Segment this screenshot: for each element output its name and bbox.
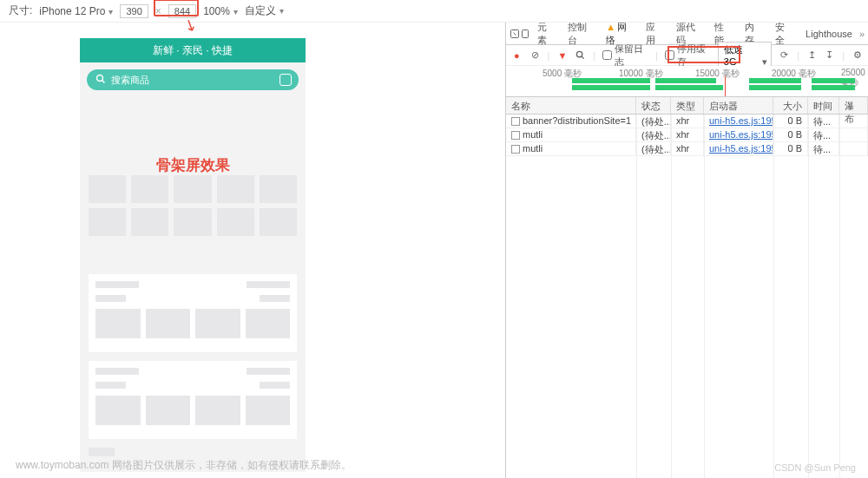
skeleton-line	[89, 448, 115, 456]
skeleton-line	[95, 382, 126, 389]
footer-attribution: CSDN @Sun Peng	[774, 462, 856, 473]
svg-line-5	[582, 56, 584, 59]
device-preview: 新鲜 · 亲民 · 快捷 搜索商品 骨架屏效果	[0, 23, 505, 478]
skeleton-line	[260, 382, 290, 389]
skeleton-block	[146, 396, 191, 425]
svg-point-4	[577, 51, 582, 56]
width-input[interactable]: 390	[120, 4, 148, 18]
dim-separator: ×	[155, 5, 161, 17]
zoom-select[interactable]: 100%	[203, 5, 238, 17]
svg-rect-3	[523, 29, 529, 37]
timeline-bar	[655, 78, 716, 83]
download-icon[interactable]: ↧	[825, 49, 836, 62]
device-select[interactable]: iPhone 12 Pro	[39, 5, 113, 17]
skeleton-annotation: 骨架屏效果	[80, 155, 306, 175]
skeleton-cell	[260, 208, 297, 236]
skeleton-line	[247, 368, 290, 375]
timeline-bar	[572, 85, 650, 90]
skeleton-card	[89, 274, 297, 352]
skeleton-cell	[89, 175, 126, 203]
request-row[interactable]: banner?distributionSite=1(待处...xhruni-h5…	[506, 115, 868, 128]
upload-icon[interactable]: ↥	[806, 49, 818, 62]
warning-icon: ▲	[606, 22, 615, 32]
skeleton-cell	[89, 208, 126, 236]
skeleton-block	[95, 396, 141, 425]
devtools-panel: 元素 控制台 ▲网络 应用 源代码 性能 内存 安全 Lighthouse » …	[505, 23, 868, 478]
svg-point-0	[97, 75, 103, 82]
request-row[interactable]: mutli(待处...xhruni-h5.es.js:195...0 B待...	[506, 128, 868, 142]
skeleton-cell	[131, 208, 168, 236]
scan-icon[interactable]	[279, 74, 292, 86]
network-timeline[interactable]: 5000 毫秒 10000 毫秒 15000 毫秒 20000 毫秒 25000…	[506, 66, 868, 97]
more-tabs-icon[interactable]: »	[859, 29, 865, 39]
skeleton-block	[195, 396, 240, 425]
app-header: 新鲜 · 亲民 · 快捷	[80, 38, 306, 62]
timeline-bar	[749, 85, 801, 90]
filter-icon[interactable]: ▼	[556, 49, 568, 62]
skeleton-block	[246, 309, 291, 338]
inspect-icon[interactable]	[510, 28, 520, 40]
app-slogan: 新鲜 · 亲民 · 快捷	[153, 43, 233, 58]
skeleton-card	[89, 361, 297, 439]
search-icon	[95, 74, 106, 86]
network-toolbar: ● ⊘ | ▼ | 保留日志 | 停用缓存 低速 3G ⟳ | ↥ ↧ | ⚙	[506, 45, 868, 66]
custom-select[interactable]: 自定义	[245, 3, 284, 18]
wifi-icon[interactable]: ⟳	[779, 49, 790, 62]
request-row[interactable]: mutli(待处...xhruni-h5.es.js:195...0 B待...	[506, 142, 868, 156]
col-time[interactable]: 时间	[808, 97, 839, 114]
timeline-bar	[655, 85, 723, 90]
timeline-cursor	[725, 76, 726, 96]
record-icon[interactable]: ●	[511, 49, 523, 62]
skeleton-cell	[174, 175, 211, 203]
skeleton-block	[146, 309, 191, 338]
skeleton-block	[246, 396, 291, 425]
skeleton-block	[95, 309, 141, 338]
search-bar[interactable]: 搜索商品	[87, 69, 299, 90]
device-mode-icon[interactable]	[520, 28, 530, 40]
skeleton-line	[95, 295, 126, 302]
col-waterfall[interactable]: 瀑布	[839, 97, 868, 114]
settings-icon[interactable]: ⚙	[852, 49, 863, 62]
throttle-select[interactable]: 低速 3G	[718, 42, 772, 69]
size-label: 尺寸:	[9, 3, 32, 18]
skeleton-cards	[89, 274, 297, 456]
skeleton-cell	[217, 208, 254, 236]
tab-lighthouse[interactable]: Lighthouse	[799, 25, 859, 43]
clear-icon[interactable]: ⊘	[529, 49, 541, 62]
skeleton-block	[195, 309, 240, 338]
col-initiator[interactable]: 启动器	[704, 97, 773, 114]
skeleton-grid	[89, 175, 297, 236]
skeleton-line	[95, 281, 139, 288]
request-table-body: banner?distributionSite=1(待处...xhruni-h5…	[506, 115, 868, 478]
search-icon[interactable]	[575, 49, 586, 62]
skeleton-cell	[174, 208, 211, 236]
timeline-bar	[749, 78, 801, 83]
timeline-bar	[572, 78, 650, 83]
skeleton-cell	[217, 175, 254, 203]
disable-cache-checkbox[interactable]: 停用缓存	[665, 43, 711, 69]
svg-line-1	[102, 81, 105, 83]
col-name[interactable]: 名称	[506, 97, 636, 114]
col-size[interactable]: 大小	[773, 97, 808, 114]
skeleton-line	[260, 295, 290, 302]
search-placeholder: 搜索商品	[111, 74, 149, 87]
col-status[interactable]: 状态	[636, 97, 671, 114]
footer-disclaimer: www.toymoban.com 网络图片仅供展示，非存储，如有侵权请联系删除。	[16, 458, 352, 473]
timeline-bar	[812, 85, 855, 90]
skeleton-cell	[260, 175, 297, 203]
skeleton-line	[95, 368, 139, 375]
request-table-header: 名称 状态 类型 启动器 大小 时间 瀑布	[506, 97, 868, 115]
device-frame: 新鲜 · 亲民 · 快捷 搜索商品 骨架屏效果	[80, 38, 306, 472]
timeline-bar	[812, 78, 855, 83]
skeleton-cell	[131, 175, 168, 203]
skeleton-line	[247, 281, 290, 288]
col-type[interactable]: 类型	[671, 97, 704, 114]
preserve-log-checkbox[interactable]: 保留日志	[602, 43, 648, 69]
